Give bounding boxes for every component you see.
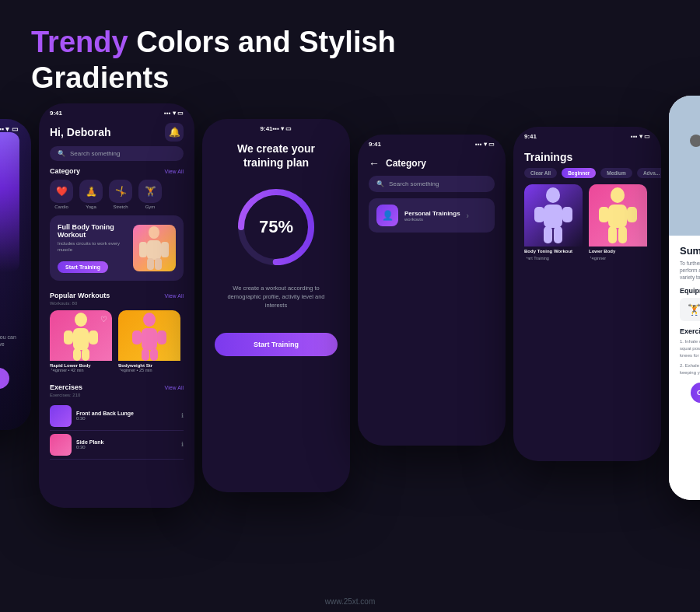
svg-rect-10 [139, 242, 147, 257]
svg-rect-37 [627, 207, 637, 222]
training-card-meta-1: start Training [524, 256, 583, 261]
svg-rect-33 [554, 226, 562, 243]
personal-label: Personal Trainings [404, 210, 460, 217]
category-yoga[interactable]: 🧘 Yoga [79, 180, 103, 209]
exercise-item-2[interactable]: Side Plank 0:30 ℹ [50, 431, 184, 460]
training-card-label-2: Lower Body [589, 247, 647, 256]
filter-beginner[interactable]: Beginner [562, 168, 596, 178]
filter-clear-all[interactable]: Clear All [524, 168, 557, 178]
title-highlight: Trendy [31, 26, 128, 58]
phone-welcome: 9:41 ▪▪▪ ▾ ▭ 🌀 Welcometo FitooZone Fitoo… [0, 119, 31, 430]
svg-rect-40 [669, 96, 700, 236]
svg-point-8 [149, 226, 159, 239]
squat-content: Sumo Squat To further challenge yourself… [669, 236, 700, 500]
start-training-button[interactable]: Start Training [215, 333, 338, 356]
exercise-time-2: 0:30 [76, 445, 177, 449]
page-header: Trendy Colors and StylishGradients [0, 0, 700, 111]
stretch-icon: 🤸 [109, 180, 132, 203]
workout-card-1[interactable]: ♡ Rapid Lower Body Beginner • 42 min [50, 310, 112, 372]
personal-trainings-item[interactable]: 👤 Personal Trainings workouts › [369, 198, 495, 233]
svg-rect-32 [544, 226, 552, 243]
close-button[interactable]: Close [691, 383, 700, 403]
workout-card-2[interactable]: Bodyweight Str Beginner • 25 min [118, 310, 180, 372]
svg-rect-23 [157, 330, 166, 344]
chevron-right-icon: › [467, 212, 469, 220]
exercise-thumb-1 [50, 405, 72, 427]
category-search-bar[interactable]: 🔍 Search something [369, 176, 495, 192]
featured-image [133, 225, 176, 271]
filter-advanced[interactable]: Adva... [637, 168, 661, 178]
search-bar[interactable]: 🔍 Search something [50, 146, 184, 161]
category-stretch[interactable]: 🤸 Stretch [109, 180, 132, 209]
personal-info: Personal Trainings workouts [404, 210, 460, 222]
watermark: www.25xt.com [325, 597, 375, 606]
category-gym[interactable]: 🏋️ Gym [138, 180, 162, 209]
exercise-arrow-2: ℹ [181, 441, 184, 448]
workout-meta-1: Beginner • 42 min [50, 368, 112, 372]
popular-workouts-scroll: ♡ Rapid Lower Body Beginner • 42 min [39, 310, 194, 379]
greeting-text: Hi, Deborah [50, 126, 111, 138]
svg-rect-16 [64, 330, 73, 344]
filter-medium[interactable]: Medium [600, 168, 632, 178]
personal-sub: workouts [404, 217, 460, 222]
notification-button[interactable]: 🔔 [165, 123, 184, 142]
phone-exercise-detail: 9:41 ▪▪▪ ▾ ▭ Sumo Squat To further chall… [669, 96, 700, 500]
exercise-info-2: Side Plank 0:30 [76, 439, 177, 449]
exercise-arrow-1: ℹ [181, 412, 184, 419]
exercise-time-1: 0:30 [76, 416, 177, 421]
svg-rect-36 [599, 207, 609, 222]
progress-circle: 75% [233, 184, 319, 270]
progress-percent: 75% [259, 217, 293, 237]
svg-rect-24 [142, 348, 149, 361]
popular-workouts-header: Popular Workouts Workouts: 80 View All [39, 287, 194, 310]
featured-info: Full Body Toning Workout Includes circui… [58, 223, 133, 273]
category-back-header: ← Category [358, 151, 506, 176]
status-bar-3: 9:41 ▪▪▪ ▾ ▭ [250, 119, 303, 135]
exercise-name-2: Side Plank [76, 439, 177, 445]
popular-view-all[interactable]: View All [165, 293, 184, 299]
svg-rect-15 [73, 328, 89, 350]
status-bar-5: 9:41 ▪▪▪ ▾ ▭ [513, 127, 661, 143]
training-card-image-1 [524, 184, 583, 247]
exercises-view-all[interactable]: View All [165, 385, 184, 390]
svg-rect-12 [147, 258, 154, 270]
svg-rect-39 [618, 226, 627, 243]
featured-workout-card: Full Body Toning Workout Includes circui… [50, 215, 184, 281]
trainings-title: Trainings [513, 143, 661, 168]
phone-training-plan: 9:41 ▪▪▪ ▾ ▭ We create your training pla… [202, 119, 350, 492]
svg-rect-30 [534, 207, 544, 222]
stretch-label: Stretch [113, 205, 128, 209]
category-title: Category [386, 158, 426, 169]
phone-trainings: 9:41 ▪▪▪ ▾ ▭ Trainings Clear All Beginne… [513, 127, 661, 461]
get-started-button[interactable]: Get Started [0, 368, 9, 389]
page-title: Trendy Colors and StylishGradients [31, 25, 669, 96]
exercise-item-1[interactable]: Front and Back Lunge 0:30 ℹ [50, 402, 184, 431]
exercises-list: Front and Back Lunge 0:30 ℹ Side Plank 0… [39, 402, 194, 460]
featured-desc: Includes circuits to work every muscle [58, 241, 133, 254]
exercises-count: Exercises: 210 [50, 393, 82, 397]
gym-label: Gym [145, 205, 156, 209]
home-header: Hi, Deborah 🔔 [39, 120, 194, 146]
training-card-1[interactable]: Body Toning Workout start Training [524, 184, 583, 261]
svg-rect-38 [608, 226, 617, 243]
svg-rect-17 [89, 330, 98, 344]
training-card-meta-2: Beginner [589, 256, 647, 261]
back-icon[interactable]: ← [369, 157, 380, 170]
training-card-image-2 [589, 184, 647, 247]
svg-point-14 [75, 313, 87, 327]
yoga-icon: 🧘 [79, 180, 103, 203]
category-view-all[interactable]: View All [165, 169, 184, 174]
cardio-icon: ❤️ [50, 180, 73, 203]
technique-text-2: 2. Exhale while returning to the standin… [680, 362, 700, 376]
svg-rect-11 [161, 242, 169, 257]
svg-rect-9 [147, 240, 161, 260]
svg-rect-35 [608, 205, 627, 228]
category-cardio[interactable]: ❤️ Cardio [50, 180, 73, 209]
start-training-button[interactable]: Start Training [58, 261, 108, 273]
squat-desc: To further challenge yourself, try a wid… [680, 260, 700, 281]
svg-rect-21 [142, 328, 157, 350]
category-header: Category View All [39, 167, 194, 180]
status-bar-2: 9:41 ▪▪▪ ▾ ▭ [39, 103, 194, 120]
svg-rect-22 [132, 330, 142, 344]
training-card-2[interactable]: Lower Body Beginner [589, 184, 647, 261]
